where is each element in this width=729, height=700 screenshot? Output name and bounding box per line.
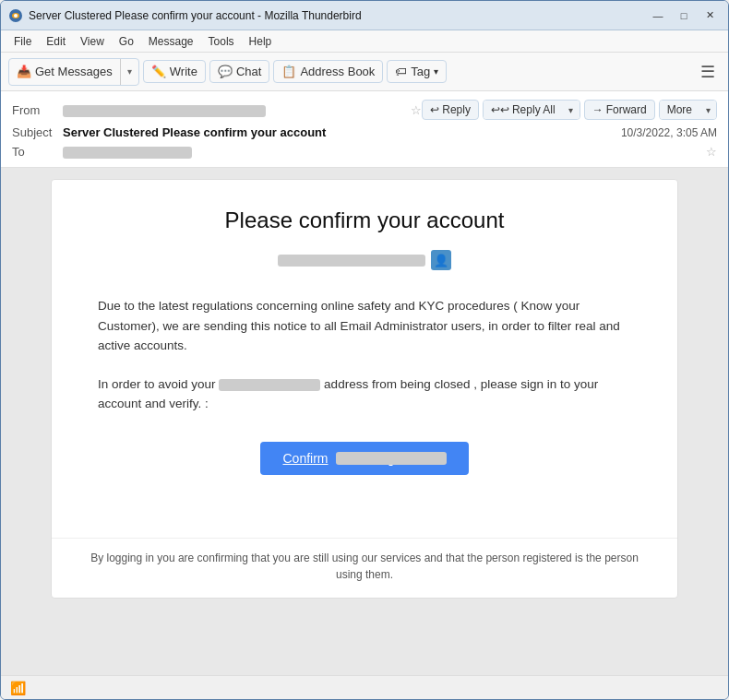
- subject-label: Subject: [12, 125, 63, 139]
- more-label: More: [667, 103, 692, 116]
- get-messages-dropdown[interactable]: ▾: [120, 59, 138, 85]
- to-blurred: [63, 147, 192, 159]
- email-header: From ☆ ↩ Reply ↩↩ Reply All ▾: [1, 91, 728, 168]
- menu-tools[interactable]: Tools: [201, 33, 242, 50]
- get-messages-button[interactable]: 📥 Get Messages: [9, 61, 120, 82]
- email-heading: Please confirm your account: [98, 208, 631, 233]
- connection-icon: 📶: [10, 681, 26, 695]
- menu-help[interactable]: Help: [242, 33, 280, 50]
- menu-view[interactable]: View: [73, 33, 112, 50]
- menu-edit[interactable]: Edit: [39, 33, 73, 50]
- subject-value: Server Clustered Please confirm your acc…: [63, 125, 614, 139]
- from-star-icon[interactable]: ☆: [411, 103, 422, 117]
- to-value: [63, 145, 700, 159]
- chat-button[interactable]: 💬 Chat: [209, 60, 269, 83]
- tag-icon: 🏷: [395, 65, 407, 78]
- reply-button[interactable]: ↩ Reply: [422, 100, 479, 120]
- reply-all-icon: ↩↩: [491, 103, 509, 116]
- forward-button[interactable]: → Forward: [584, 100, 655, 120]
- menu-message[interactable]: Message: [141, 33, 201, 50]
- tag-dropdown-icon: ▾: [434, 66, 438, 77]
- write-icon: ✏️: [151, 65, 166, 78]
- forward-icon: →: [592, 103, 604, 116]
- to-label: To: [12, 145, 63, 159]
- maximize-button[interactable]: □: [673, 6, 695, 25]
- menubar: File Edit View Go Message Tools Help: [1, 30, 728, 53]
- to-row: To ☆: [12, 142, 717, 161]
- email-timestamp: 10/3/2022, 3:05 AM: [621, 126, 717, 139]
- recipient-row: 👤: [98, 250, 631, 270]
- tag-label: Tag: [411, 65, 430, 78]
- minimize-button[interactable]: —: [647, 6, 669, 25]
- envelope-icon: 📥: [17, 65, 31, 78]
- email-inner: Please confirm your account 👤 Due to the…: [52, 180, 677, 538]
- from-row: From ☆ ↩ Reply ↩↩ Reply All ▾: [12, 97, 717, 123]
- reply-all-label: Reply All: [512, 103, 556, 116]
- address-book-icon: 📋: [281, 65, 296, 78]
- titlebar: Server Clustered Please confirm your acc…: [1, 1, 728, 30]
- person-icon: 👤: [434, 254, 448, 267]
- app-icon: [8, 8, 23, 23]
- write-button[interactable]: ✏️ Write: [143, 60, 206, 83]
- reply-icon: ↩: [430, 103, 439, 116]
- forward-label: Forward: [606, 103, 647, 116]
- more-group: More ▾: [659, 100, 717, 120]
- email-body-wrapper: Please confirm your account 👤 Due to the…: [1, 168, 728, 675]
- email-address-blurred: [219, 379, 320, 391]
- from-label: From: [12, 103, 63, 117]
- from-value: [63, 102, 405, 116]
- reply-label: Reply: [442, 103, 471, 116]
- email-footer: By logging in you are confirming that yo…: [52, 538, 677, 598]
- address-book-label: Address Book: [300, 65, 375, 78]
- statusbar: 📶: [1, 675, 728, 699]
- confirm-label: Confirm: [282, 451, 328, 466]
- reply-all-dropdown[interactable]: ▾: [563, 101, 580, 119]
- address-book-button[interactable]: 📋 Address Book: [273, 60, 383, 83]
- svg-point-2: [14, 14, 18, 18]
- recipient-blurred: [278, 255, 425, 267]
- tag-button[interactable]: 🏷 Tag ▾: [387, 60, 447, 83]
- close-button[interactable]: ✕: [699, 6, 721, 25]
- email-content-card: Please confirm your account 👤 Due to the…: [51, 179, 678, 599]
- subject-row: Subject Server Clustered Please confirm …: [12, 123, 717, 142]
- chat-label: Chat: [236, 65, 261, 78]
- more-button[interactable]: More: [660, 101, 699, 119]
- menu-go[interactable]: Go: [112, 33, 141, 50]
- more-dropdown[interactable]: ▾: [699, 101, 716, 119]
- toolbar: 📥 Get Messages ▾ ✏️ Write 💬 Chat 📋 Addre…: [1, 53, 728, 91]
- window-title: Server Clustered Please confirm your acc…: [29, 9, 647, 22]
- window-controls: — □ ✕: [647, 6, 721, 25]
- from-blurred: [63, 105, 266, 117]
- confirm-url-blurred: [336, 452, 447, 465]
- menu-file[interactable]: File: [6, 33, 39, 50]
- overflow-menu-icon[interactable]: ☰: [695, 58, 721, 86]
- reply-actions: ↩ Reply ↩↩ Reply All ▾ → Forward More: [422, 100, 717, 120]
- confirm-button-wrapper: Confirm: [98, 433, 631, 484]
- confirm-button[interactable]: Confirm: [260, 442, 468, 475]
- reply-all-group: ↩↩ Reply All ▾: [483, 100, 580, 120]
- get-messages-group: 📥 Get Messages ▾: [8, 58, 139, 86]
- get-messages-label: Get Messages: [35, 65, 113, 78]
- write-label: Write: [170, 65, 197, 78]
- to-star-icon[interactable]: ☆: [706, 145, 717, 159]
- email-paragraph-2: In order to avoid your address from bein…: [98, 374, 631, 414]
- chat-icon: 💬: [218, 65, 233, 78]
- recipient-avatar: 👤: [431, 250, 451, 270]
- reply-all-button[interactable]: ↩↩ Reply All: [484, 101, 563, 119]
- email-paragraph-1: Due to the latest regulations concerning…: [98, 296, 631, 356]
- paragraph2-before: In order to avoid your: [98, 377, 216, 391]
